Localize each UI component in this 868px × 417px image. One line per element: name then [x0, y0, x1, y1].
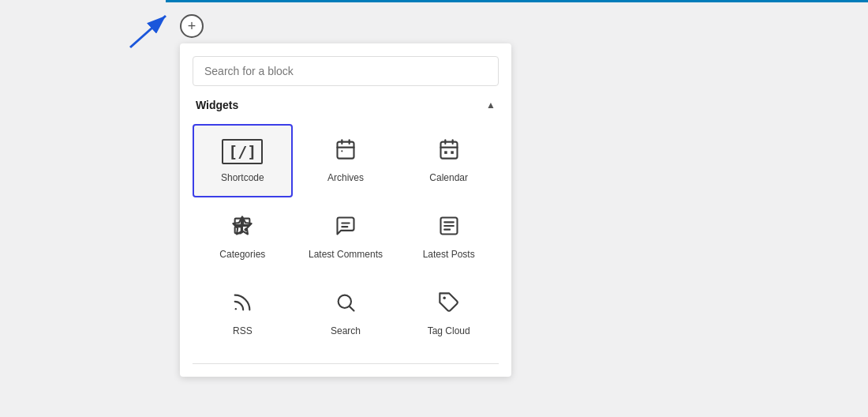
categories-icon: [231, 215, 253, 241]
block-item-rss[interactable]: RSS: [193, 277, 293, 351]
add-block-button[interactable]: +: [180, 14, 204, 38]
block-item-latest-comments[interactable]: Latest Comments: [296, 201, 396, 274]
section-title: Widgets: [196, 99, 238, 111]
widgets-section-header: Widgets ▲: [193, 99, 499, 111]
block-label-latest-posts: Latest Posts: [423, 249, 475, 260]
svg-rect-7: [440, 142, 457, 159]
block-label-categories: Categories: [219, 249, 265, 260]
svg-rect-11: [444, 151, 447, 154]
search-block-icon: [335, 291, 357, 317]
block-item-shortcode[interactable]: [/] Shortcode: [193, 124, 293, 197]
block-label-tag-cloud: Tag Cloud: [428, 325, 470, 336]
search-wrapper: [193, 56, 499, 86]
block-label-latest-comments: Latest Comments: [309, 249, 383, 260]
block-item-calendar[interactable]: Calendar: [398, 124, 499, 197]
panel-divider: [193, 363, 499, 364]
latest-posts-icon: [438, 215, 460, 241]
block-label-rss: RSS: [233, 325, 253, 336]
plus-icon: +: [188, 18, 196, 35]
archives-icon: [335, 138, 357, 164]
block-item-latest-posts[interactable]: Latest Posts: [398, 201, 499, 274]
block-item-tag-cloud[interactable]: Tag Cloud: [398, 277, 499, 351]
top-accent-border: [166, 0, 868, 2]
block-label-calendar: Calendar: [429, 172, 468, 183]
shortcode-icon: [/]: [222, 139, 263, 164]
search-input[interactable]: [193, 56, 499, 86]
block-item-search[interactable]: Search: [296, 277, 396, 351]
arrow-pointer: [122, 8, 178, 58]
block-label-shortcode: Shortcode: [221, 172, 264, 183]
block-item-archives[interactable]: Archives: [296, 124, 396, 197]
svg-rect-12: [451, 151, 454, 154]
tag-cloud-icon: [438, 291, 460, 317]
svg-line-27: [350, 306, 354, 310]
block-label-search: Search: [331, 325, 361, 336]
latest-comments-icon: [335, 215, 357, 241]
svg-point-25: [235, 308, 237, 310]
block-label-archives: Archives: [327, 172, 364, 183]
svg-point-26: [339, 295, 351, 308]
chevron-up-icon[interactable]: ▲: [486, 100, 496, 111]
svg-line-1: [130, 16, 166, 47]
svg-rect-2: [337, 142, 354, 159]
block-item-categories[interactable]: Categories: [193, 201, 293, 274]
block-inserter-panel: Widgets ▲ [/] Shortcode Archives: [180, 43, 511, 377]
blocks-grid: [/] Shortcode Archives: [193, 124, 499, 351]
calendar-icon: [438, 138, 460, 164]
rss-icon: [231, 291, 253, 317]
